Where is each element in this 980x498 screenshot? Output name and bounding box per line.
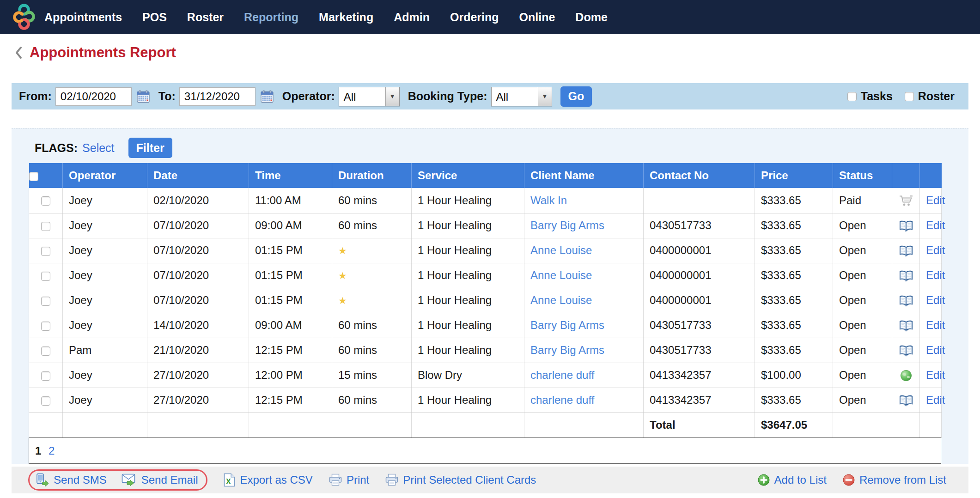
table-header-row: OperatorDateTimeDurationServiceClient Na… [29,163,942,188]
go-button[interactable]: Go [560,86,592,107]
back-chevron-icon[interactable] [14,46,23,60]
row-checkbox[interactable] [41,346,50,356]
row-checkbox[interactable] [41,196,50,206]
client-name-link[interactable]: Barry Big Arms [530,219,604,231]
row-checkbox[interactable] [41,396,50,406]
send-email-button[interactable]: Send Email [122,473,198,487]
select-all-checkbox[interactable] [29,172,38,181]
row-type-icon-cell [892,363,920,388]
export-csv-button[interactable]: X Export as CSV [223,473,312,487]
online-booking-globe-icon[interactable] [900,370,912,382]
time-cell: 01:15 PM [249,238,332,263]
print-selected-client-cards-button[interactable]: Print Selected Client Cards [385,474,536,486]
nav-items: AppointmentsPOSRosterReportingMarketingA… [44,11,608,24]
operator-select[interactable]: All ▼ [339,87,400,106]
row-checkbox[interactable] [41,272,50,281]
edit-link[interactable]: Edit [926,244,945,256]
nav-item-admin[interactable]: Admin [394,11,430,24]
edit-cell: Edit [920,288,942,313]
nav-item-marketing[interactable]: Marketing [319,11,373,24]
date-cell: 07/10/2020 [147,213,249,238]
client-card-book-icon[interactable] [898,295,914,307]
client-name-cell: Barry Big Arms [524,338,644,363]
table-row: Joey27/10/202012:15 PM60 mins1 Hour Heal… [29,388,942,413]
row-checkbox[interactable] [41,247,50,256]
nav-item-roster[interactable]: Roster [187,11,224,24]
date-cell: 07/10/2020 [147,263,249,288]
edit-link[interactable]: Edit [926,394,945,406]
roster-checkbox[interactable] [905,92,914,101]
to-calendar-icon[interactable] [260,90,274,103]
client-card-book-icon[interactable] [898,345,914,357]
row-checkbox[interactable] [41,371,50,381]
client-name-link[interactable]: charlene duff [530,394,594,406]
chevron-down-icon: ▼ [538,87,552,106]
edit-cell: Edit [920,338,942,363]
client-card-book-icon[interactable] [898,245,914,257]
service-cell: 1 Hour Healing [412,313,524,338]
nav-item-appointments[interactable]: Appointments [44,11,122,24]
pagination-page-2-link[interactable]: 2 [49,444,55,457]
edit-link[interactable]: Edit [926,319,945,331]
app-logo-icon[interactable] [11,3,37,31]
client-card-book-icon[interactable] [898,270,914,282]
status-cell: Open [833,313,892,338]
total-time-cell [249,413,332,437]
list-actions: Add to List Remove from List [757,474,952,486]
total-row-select-cell [29,413,63,437]
row-select-cell [29,363,63,388]
date-cell: 21/10/2020 [147,338,249,363]
booking-type-select[interactable]: All ▼ [491,87,552,106]
nav-item-online[interactable]: Online [519,11,555,24]
client-card-book-icon[interactable] [898,220,914,232]
client-card-book-icon[interactable] [898,395,914,407]
col-header-service: Service [412,163,524,188]
row-checkbox[interactable] [41,297,50,306]
nav-item-dome[interactable]: Dome [575,11,607,24]
edit-link[interactable]: Edit [926,369,945,381]
remove-from-list-button[interactable]: Remove from List [842,474,946,486]
client-name-link[interactable]: Anne Louise [530,294,592,306]
client-name-link[interactable]: charlene duff [530,369,594,381]
client-name-link[interactable]: Barry Big Arms [530,344,604,356]
nav-item-reporting[interactable]: Reporting [244,11,298,24]
shopping-cart-icon[interactable] [899,194,913,207]
edit-link[interactable]: Edit [926,269,945,281]
from-calendar-icon[interactable] [136,90,150,103]
flags-filter-button[interactable]: Filter [128,138,172,158]
row-select-cell [29,188,63,213]
client-card-book-icon[interactable] [898,320,914,332]
price-cell: $333.65 [755,238,833,263]
send-sms-button[interactable]: Send SMS [36,473,107,487]
client-name-link[interactable]: Anne Louise [530,269,592,281]
edit-link[interactable]: Edit [926,194,945,206]
row-checkbox[interactable] [41,322,50,331]
edit-link[interactable]: Edit [926,344,945,356]
flags-row: FLAGS: Select Filter [35,138,172,158]
client-name-link[interactable]: Walk In [530,194,567,206]
flags-select-link[interactable]: Select [82,141,114,155]
duration-cell: 60 mins [332,388,412,413]
col-header-edit [920,163,942,188]
to-date-input[interactable] [179,87,256,106]
client-name-link[interactable]: Barry Big Arms [530,319,604,331]
row-type-icon-cell [892,288,920,313]
from-date-input[interactable] [55,87,132,106]
add-to-list-button[interactable]: Add to List [757,474,827,486]
client-name-cell: Barry Big Arms [524,313,644,338]
time-cell: 12:15 PM [249,338,332,363]
print-icon [329,474,342,486]
client-name-link[interactable]: Anne Louise [530,244,592,256]
contact-no-cell: 0430517733 [644,338,755,363]
edit-link[interactable]: Edit [926,294,945,306]
row-select-cell [29,338,63,363]
service-cell: 1 Hour Healing [412,213,524,238]
nav-item-ordering[interactable]: Ordering [450,11,499,24]
print-button[interactable]: Print [329,474,369,486]
tasks-checkbox[interactable] [847,92,857,101]
row-checkbox[interactable] [41,222,50,231]
total-row: Total$3647.05 [29,413,942,437]
col-header-time: Time [249,163,332,188]
edit-link[interactable]: Edit [926,219,945,231]
nav-item-pos[interactable]: POS [142,11,167,24]
